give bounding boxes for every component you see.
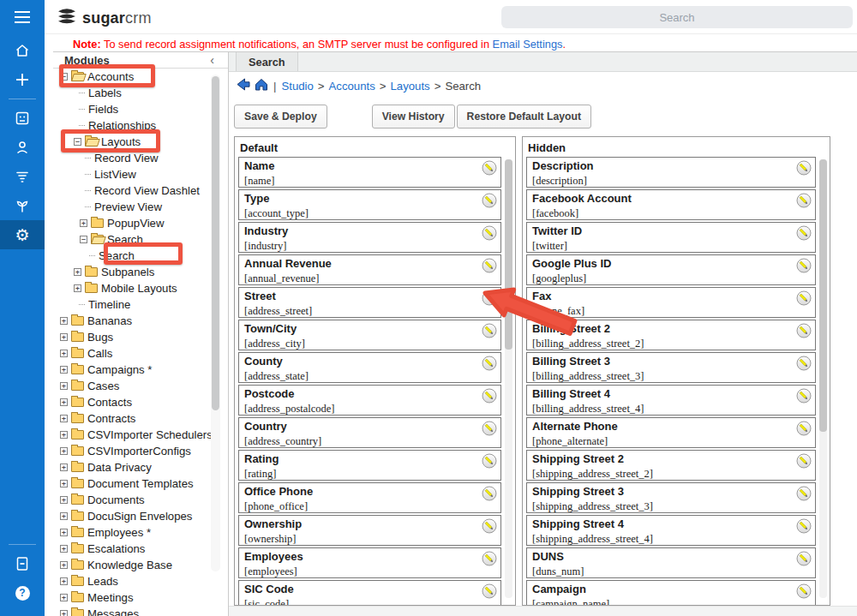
edit-pencil-button[interactable] xyxy=(796,421,812,436)
field-card-annual-revenue[interactable]: Annual Revenue [annual_revenue] xyxy=(238,254,501,285)
field-card-office-phone[interactable]: Office Phone [phone_office] xyxy=(238,482,501,513)
field-card-ownership[interactable]: Ownership [ownership] xyxy=(238,515,501,546)
expander-icon[interactable]: + xyxy=(60,610,68,616)
field-card-shipping-street-2[interactable]: Shipping Street 2 [shipping_address_stre… xyxy=(526,450,816,481)
field-card-billing-street-2[interactable]: Billing Street 2 [billing_address_street… xyxy=(526,320,816,350)
edit-pencil-button[interactable] xyxy=(482,453,497,469)
tree-item-search[interactable]: − Search xyxy=(53,231,211,248)
field-card-county[interactable]: County [address_state] xyxy=(238,352,501,383)
tree-item-record-view-dashlet[interactable]: Record View Dashlet xyxy=(53,182,211,199)
field-card-postcode[interactable]: Postcode [address_postalcode] xyxy=(238,385,501,416)
field-card-industry[interactable]: Industry [industry] xyxy=(238,222,501,253)
tree-item-subpanels[interactable]: + Subpanels xyxy=(53,264,211,280)
field-card-fax[interactable]: Fax [phone_fax] xyxy=(526,287,816,318)
field-card-rating[interactable]: Rating [rating] xyxy=(238,450,501,481)
tree-item-preview-view[interactable]: Preview View xyxy=(53,199,211,215)
hidden-panel-scrollbar-thumb[interactable] xyxy=(819,159,827,432)
expander-icon[interactable]: + xyxy=(60,561,68,569)
expander-icon[interactable]: + xyxy=(60,333,68,341)
tree-item-documents[interactable]: + Documents xyxy=(53,492,211,508)
expander-icon[interactable]: − xyxy=(74,138,81,146)
studio-home-icon[interactable] xyxy=(255,78,268,93)
sidebar-item-create[interactable] xyxy=(0,65,45,94)
field-card-google-plus-id[interactable]: Google Plus ID [googleplus] xyxy=(526,254,816,285)
tree-item-csvimporterconfigs[interactable]: + CSVImporterConfigs xyxy=(53,443,211,459)
edit-pencil-button[interactable] xyxy=(796,258,812,273)
tree-item-labels[interactable]: Labels xyxy=(53,85,211,101)
tree-item-popupview[interactable]: + PopupView xyxy=(53,215,211,231)
expander-icon[interactable]: + xyxy=(60,512,68,520)
tree-item-layouts[interactable]: − Layouts xyxy=(53,134,211,150)
tree-item-mobile-layouts[interactable]: + Mobile Layouts xyxy=(53,280,211,296)
field-card-description[interactable]: Description [description] xyxy=(526,157,816,188)
default-panel-scrollbar-thumb[interactable] xyxy=(505,159,512,350)
expander-icon[interactable]: − xyxy=(60,73,68,81)
edit-pencil-button[interactable] xyxy=(482,160,497,176)
back-arrow-icon[interactable] xyxy=(236,78,250,93)
sidebar-item-contacts[interactable] xyxy=(0,133,45,162)
expander-icon[interactable]: + xyxy=(60,350,68,357)
sidebar-item-leads[interactable] xyxy=(0,191,45,220)
edit-pencil-button[interactable] xyxy=(482,583,497,599)
tree-item-relationships[interactable]: Relationships xyxy=(53,117,211,134)
tree-item-data-privacy[interactable]: + Data Privacy xyxy=(53,459,211,475)
edit-pencil-button[interactable] xyxy=(482,518,497,534)
edit-pencil-button[interactable] xyxy=(796,551,812,566)
field-card-alternate-phone[interactable]: Alternate Phone [phone_alternate] xyxy=(526,417,816,448)
default-panel-scrollbar[interactable] xyxy=(505,159,512,598)
field-card-name[interactable]: Name [name] xyxy=(238,157,501,188)
expander-icon[interactable]: + xyxy=(60,594,68,601)
breadcrumb-link-layouts[interactable]: Layouts xyxy=(391,80,430,93)
edit-pencil-button[interactable] xyxy=(482,421,497,436)
tree-item-contacts[interactable]: + Contacts xyxy=(53,394,211,410)
sugarcrm-logo[interactable]: sugarcrm xyxy=(57,7,152,29)
field-card-town-city[interactable]: Town/City [address_city] xyxy=(238,320,501,350)
modules-tree-scrollbar[interactable] xyxy=(211,75,220,571)
edit-pencil-button[interactable] xyxy=(482,356,497,371)
tree-item-timeline[interactable]: Timeline xyxy=(53,296,211,313)
edit-pencil-button[interactable] xyxy=(796,193,812,208)
field-card-shipping-street-4[interactable]: Shipping Street 4 [shipping_address_stre… xyxy=(526,515,816,546)
edit-pencil-button[interactable] xyxy=(796,356,812,371)
tree-item-contracts[interactable]: + Contracts xyxy=(53,410,211,427)
sidebar-item-calendar[interactable] xyxy=(0,104,45,133)
tree-item-leads[interactable]: + Leads xyxy=(53,573,211,589)
tree-item-messages[interactable]: + Messages xyxy=(53,606,211,616)
expander-icon[interactable]: + xyxy=(60,415,68,422)
expander-icon[interactable]: + xyxy=(60,577,68,585)
expander-icon[interactable]: + xyxy=(60,431,68,439)
email-settings-link[interactable]: Email Settings xyxy=(493,38,563,51)
edit-pencil-button[interactable] xyxy=(482,486,497,501)
tree-item-accounts[interactable]: − Accounts xyxy=(53,69,211,85)
sidebar-item-home[interactable] xyxy=(0,36,45,65)
expander-icon[interactable]: + xyxy=(60,317,68,325)
tree-item-csvimporter-schedulers[interactable]: + CSVImporter Schedulers xyxy=(53,427,211,443)
restore-default-layout-button[interactable]: Restore Default Layout xyxy=(457,105,591,129)
field-card-duns[interactable]: DUNS [duns_num] xyxy=(526,547,816,578)
edit-pencil-button[interactable] xyxy=(482,323,497,338)
field-card-facebook-account[interactable]: Facebook Account [facebook] xyxy=(526,189,816,220)
edit-pencil-button[interactable] xyxy=(482,193,497,208)
expander-icon[interactable]: + xyxy=(74,268,81,276)
tree-item-record-view[interactable]: Record View xyxy=(53,150,211,166)
sidebar-item-settings[interactable]: ⚙ xyxy=(0,220,45,249)
expander-icon[interactable]: + xyxy=(60,447,68,455)
field-card-sic-code[interactable]: SIC Code [sic_code] xyxy=(238,580,501,606)
field-card-employees[interactable]: Employees [employees] xyxy=(238,547,501,578)
edit-pencil-button[interactable] xyxy=(482,551,497,566)
edit-pencil-button[interactable] xyxy=(796,225,812,241)
edit-pencil-button[interactable] xyxy=(796,486,812,501)
field-card-billing-street-3[interactable]: Billing Street 3 [billing_address_street… xyxy=(526,352,816,383)
expander-icon[interactable]: + xyxy=(60,529,68,536)
sidebar-item-filter[interactable] xyxy=(0,162,45,191)
expander-icon[interactable]: + xyxy=(60,480,68,487)
tree-item-document-templates[interactable]: + Document Templates xyxy=(53,475,211,492)
expander-icon[interactable]: + xyxy=(60,366,68,374)
expander-icon[interactable]: + xyxy=(60,463,68,471)
field-card-type[interactable]: Type [account_type] xyxy=(238,189,501,220)
tree-item-fields[interactable]: Fields xyxy=(53,101,211,117)
collapse-panel-icon[interactable]: ‹ xyxy=(210,53,214,67)
tree-item-calls[interactable]: + Calls xyxy=(53,345,211,362)
tree-item-employees[interactable]: + Employees * xyxy=(53,524,211,541)
edit-pencil-button[interactable] xyxy=(796,323,812,338)
